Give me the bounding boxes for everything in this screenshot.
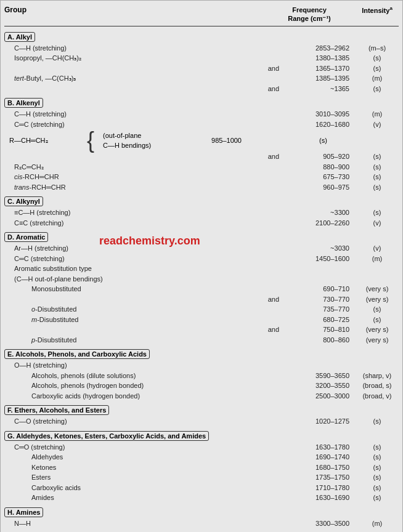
- section-B-title: B. Alkenyl: [4, 98, 43, 108]
- table-row: C═C (stretching)1620–1680(v): [4, 119, 399, 130]
- table-row: C—O (stretching)1020–1275(s): [4, 416, 399, 427]
- section-E-title: E. Alcohols, Phenols, and Carboxylic Aci…: [4, 349, 150, 359]
- table-row: C≡C (stretching)2100–2260(v): [4, 218, 399, 228]
- table-row: Aldehydes1690–1740(s): [4, 452, 399, 462]
- table-row: Ketones1680–1750(s): [4, 462, 399, 473]
- table-row: Amides1630–1690(s): [4, 493, 399, 503]
- table-row: Isopropyl, —CH(CH₃)₂1380–1385(s): [4, 53, 399, 63]
- section-E: E. Alcohols, Phenols, and Carboxylic Aci…: [4, 346, 399, 401]
- table-row: O—H (stretching): [4, 360, 399, 371]
- table-row: R—CH═CH₂ { (out-of-planeC—H bendings) 98…: [4, 129, 399, 151]
- table-row: and730–770(very s): [4, 294, 399, 305]
- table-row: C—H (stretching)3010–3095(m): [4, 109, 399, 119]
- section-A-title: A. Alkyl: [4, 32, 35, 42]
- table-row: (C—H out-of-plane bendings): [4, 274, 399, 284]
- table-row: C═O (stretching)1630–1780(s): [4, 442, 399, 453]
- section-G: G. Aldehydes, Ketones, Esters, Carboxyli…: [4, 428, 399, 503]
- table-row: Alcohols, phenols (hydrogen bonded)3200–…: [4, 381, 399, 391]
- section-G-title: G. Aldehydes, Ketones, Esters, Carboxyli…: [4, 431, 209, 441]
- table-row: Carboxylic acids1710–1780(s): [4, 483, 399, 493]
- section-D-title: D. Aromatic: [4, 232, 48, 242]
- section-C: C. Alkynyl ≡C—H (stretching)~3300(s) C≡C…: [4, 193, 399, 228]
- section-H: H. Amines N—H3300–3500(m): [4, 504, 399, 529]
- section-H-title: H. Amines: [4, 507, 43, 517]
- table-row: Alcohols, phenols (dilute solutions)3590…: [4, 371, 399, 381]
- table-row: and1365–1370(s): [4, 63, 399, 74]
- section-I: I. Nitriles C≡N2220–2260(m): [4, 530, 399, 532]
- table-row: trans-RCH═CHR960–975(s): [4, 182, 399, 193]
- table-row: p-Disubstituted800–860(very s): [4, 335, 399, 345]
- table-row: o-Disubstituted735–770(s): [4, 304, 399, 315]
- section-A-label: A. Alkyl: [4, 29, 399, 43]
- table-row: R₂C═CH₂880–900(s): [4, 162, 399, 172]
- header-group: Group: [4, 6, 263, 23]
- header-freq: Frequency Range (cm⁻¹): [263, 6, 356, 23]
- table-row: Aromatic substitution type: [4, 264, 399, 274]
- table-header: Group Frequency Range (cm⁻¹) Intensitya: [4, 6, 399, 26]
- table-row: Carboxylic acids (hydrogen bonded)2500–3…: [4, 391, 399, 401]
- section-F: F. Ethers, Alcohols, and Esters C—O (str…: [4, 402, 399, 427]
- table-row: C═C (stretching)1450–1600(m): [4, 254, 399, 264]
- table-row: cis-RCH═CHR675–730(s): [4, 172, 399, 182]
- table-row: Ar—H (stretching)~3030(v): [4, 243, 399, 254]
- section-A: A. Alkyl C—H (stretching)2853–2962(m–s) …: [4, 29, 399, 94]
- table-row: and~1365(s): [4, 84, 399, 94]
- table-row: tert-Butyl, —C(CH₃)₃1385–1395(m): [4, 73, 399, 84]
- table-row: Monosubstituted690–710(very s): [4, 284, 399, 294]
- table-row: and905–920(s): [4, 151, 399, 162]
- table-row: Esters1735–1750(s): [4, 472, 399, 483]
- table-row: C—H (stretching)2853–2962(m–s): [4, 43, 399, 54]
- header-intensity: Intensitya: [356, 6, 399, 23]
- section-C-title: C. Alkynyl: [4, 196, 43, 206]
- table-row: N—H3300–3500(m): [4, 518, 399, 529]
- table-row: m-Disubstituted680–725(s): [4, 315, 399, 325]
- table-row: ≡C—H (stretching)~3300(s): [4, 208, 399, 218]
- table-row: and750–810(very s): [4, 324, 399, 335]
- section-B: B. Alkenyl C—H (stretching)3010–3095(m) …: [4, 95, 399, 192]
- section-D: D. Aromatic Ar—H (stretching)~3030(v) C═…: [4, 229, 399, 345]
- section-F-title: F. Ethers, Alcohols, and Esters: [4, 405, 109, 415]
